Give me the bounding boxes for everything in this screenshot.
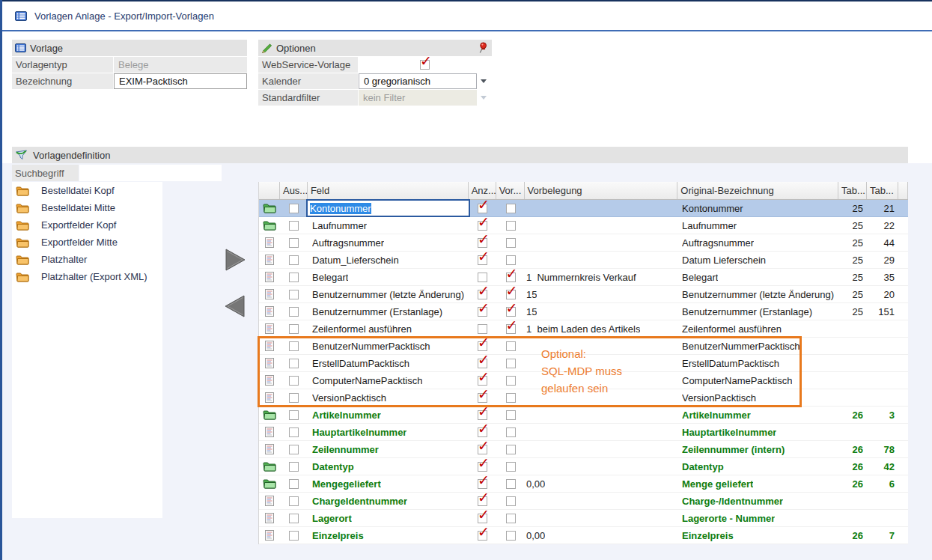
table-row[interactable]: Datum_Lieferschein✓Datum Lieferschein252… [259,252,908,269]
table-row[interactable]: Auftragsnummer✓Auftragsnummer2544 [259,234,908,252]
aus-checkbox[interactable] [289,462,299,472]
suchbegriff-input[interactable] [79,165,222,181]
feld-cell[interactable]: Belegart [308,269,469,285]
vor-checkbox[interactable]: ✓ [506,290,516,299]
anz-checkbox[interactable]: ✓ [478,496,487,506]
aus-checkbox[interactable] [289,204,299,213]
anz-checkbox[interactable]: ✓ [478,238,487,248]
folder-list-item[interactable]: Platzhalter (Export XML) [12,268,162,285]
anz-checkbox[interactable]: ✓ [478,393,487,403]
column-header-tab2[interactable]: Tab... [867,182,898,199]
feld-cell[interactable]: Benutzernummer (letzte Änderung) [308,286,469,302]
folder-list-item[interactable]: Bestelldatei Mitte [12,199,162,216]
feld-cell[interactable]: BenutzerNummerPacktisch [308,338,469,354]
folder-list-item[interactable]: Bestelldatei Kopf [12,182,162,199]
anz-checkbox[interactable]: ✓ [478,290,487,299]
vor-checkbox[interactable] [506,410,516,420]
feld-cell[interactable]: Artikelnummer [308,407,469,423]
feld-edit-input[interactable]: Kontonummer [306,199,470,217]
table-row[interactable]: Lagerort✓Lagerorte - Nummer [259,510,908,527]
anz-checkbox[interactable]: ✓ [478,307,487,317]
feld-cell[interactable]: VersionPacktisch [308,389,469,406]
aus-checkbox[interactable] [289,324,299,334]
aus-checkbox[interactable] [289,359,299,368]
anz-checkbox[interactable] [478,273,487,282]
move-left-button[interactable] [223,294,247,318]
table-row[interactable]: Artikelnummer✓Artikelnummer263 [259,407,908,424]
folder-list-item[interactable]: Exportfelder Kopf [12,216,162,234]
column-header-aus[interactable]: Aus... [280,182,308,199]
table-row[interactable]: Benutzernummer (Erstanlage)✓✓15Benutzern… [259,303,908,320]
anz-checkbox[interactable]: ✓ [478,255,487,265]
column-header-feld[interactable]: Feld [308,182,469,199]
aus-checkbox[interactable] [289,531,299,541]
table-row[interactable]: Belegart✓1 Nummernkreis VerkaufBelegart2… [259,269,908,286]
anz-checkbox[interactable]: ✓ [478,427,487,437]
anz-checkbox[interactable]: ✓ [478,221,487,231]
vor-checkbox[interactable] [506,221,516,231]
feld-cell[interactable]: Zeilennummer [308,441,469,457]
vor-checkbox[interactable] [506,204,516,213]
anz-checkbox[interactable]: ✓ [478,376,487,386]
anz-checkbox[interactable]: ✓ [478,359,487,368]
table-row[interactable]: Laufnummer✓Laufnummer2522 [259,217,908,234]
vor-checkbox[interactable] [506,359,516,368]
feld-cell[interactable]: Hauptartikelnummer [308,424,469,440]
aus-checkbox[interactable] [289,273,299,282]
anz-checkbox[interactable]: ✓ [478,204,487,213]
aus-checkbox[interactable] [289,514,299,523]
feld-cell[interactable]: Kontonummer [308,200,469,216]
feld-cell[interactable]: Datentyp [308,458,469,475]
vor-checkbox[interactable] [506,496,516,506]
column-header-orig[interactable]: Original-Bezeichnung [677,182,838,199]
aus-checkbox[interactable] [289,255,299,265]
suchbegriff-field[interactable] [79,165,222,181]
aus-checkbox[interactable] [289,479,299,489]
table-row[interactable]: Benutzernummer (letzte Änderung)✓✓15Benu… [259,286,908,303]
vor-checkbox[interactable] [506,255,516,265]
feld-cell[interactable]: Lagerort [308,510,469,526]
vor-checkbox[interactable] [506,445,516,454]
move-right-button[interactable] [223,248,247,272]
aus-checkbox[interactable] [289,307,299,317]
feld-cell[interactable]: Benutzernummer (Erstanlage) [308,303,469,320]
table-row[interactable]: Hauptartikelnummer✓Hauptartikelnummer [259,424,908,441]
vor-checkbox[interactable] [506,479,516,489]
anz-checkbox[interactable]: ✓ [478,410,487,420]
vor-checkbox[interactable] [506,514,516,523]
vor-checkbox[interactable] [506,376,516,386]
vor-checkbox[interactable] [506,427,516,437]
folder-list-item[interactable]: Exportfelder Mitte [12,234,162,251]
anz-checkbox[interactable] [478,324,487,334]
webservice-checkbox[interactable]: ✓ [420,60,430,70]
column-header-icon[interactable] [259,182,280,199]
table-row[interactable]: Kontonummer✓Kontonummer2521 [259,200,908,217]
anz-checkbox[interactable]: ✓ [478,462,487,472]
column-header-vorb[interactable]: Vorbelegung [525,182,678,199]
vor-checkbox[interactable] [506,238,516,248]
table-row[interactable]: Zeilennummer✓Zeilennummer (intern)2678 [259,441,908,458]
table-row[interactable]: Datentyp✓Datentyp2642 [259,458,908,475]
folder-list-item[interactable]: Platzhalter [12,251,162,268]
vor-checkbox[interactable]: ✓ [506,307,516,317]
kalender-dropdown-button[interactable] [477,73,490,89]
aus-checkbox[interactable] [289,238,299,248]
aus-checkbox[interactable] [289,393,299,403]
column-header-vor[interactable]: Vor... [496,182,525,199]
vor-checkbox[interactable] [506,341,516,351]
aus-checkbox[interactable] [289,445,299,454]
aus-checkbox[interactable] [289,427,299,437]
table-row[interactable]: ChargeIdentnummer✓Charge-/Identnummer [259,493,908,510]
vor-checkbox[interactable] [506,531,516,541]
aus-checkbox[interactable] [289,221,299,231]
column-header-tab1[interactable]: Tab... [838,182,867,199]
pushpin-icon[interactable] [478,42,487,56]
anz-checkbox[interactable]: ✓ [478,479,487,489]
anz-checkbox[interactable]: ✓ [478,514,487,523]
feld-cell[interactable]: Zeilenformel ausführen [308,320,469,337]
vor-checkbox[interactable] [506,462,516,472]
bezeichnung-input[interactable] [119,76,246,87]
aus-checkbox[interactable] [289,290,299,299]
vor-checkbox[interactable]: ✓ [506,324,516,334]
aus-checkbox[interactable] [289,341,299,351]
